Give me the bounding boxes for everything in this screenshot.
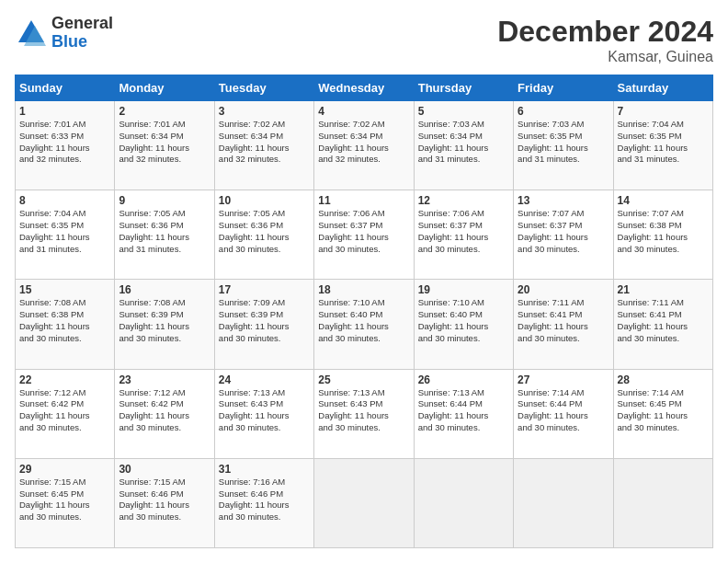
day-number: 7 — [618, 105, 709, 118]
calendar-day-cell: 12Sunrise: 7:06 AM Sunset: 6:37 PM Dayli… — [414, 190, 513, 280]
calendar-header-cell: Sunday — [16, 75, 115, 101]
day-info: Sunrise: 7:09 AM Sunset: 6:39 PM Dayligh… — [219, 297, 310, 344]
day-number: 4 — [318, 105, 409, 118]
calendar-week-row: 1Sunrise: 7:01 AM Sunset: 6:33 PM Daylig… — [16, 101, 713, 190]
calendar-day-cell: 31Sunrise: 7:16 AM Sunset: 6:46 PM Dayli… — [214, 458, 313, 547]
day-info: Sunrise: 7:11 AM Sunset: 6:41 PM Dayligh… — [518, 297, 609, 344]
calendar-day-cell: 22Sunrise: 7:12 AM Sunset: 6:42 PM Dayli… — [16, 369, 115, 458]
day-info: Sunrise: 7:01 AM Sunset: 6:34 PM Dayligh… — [119, 119, 210, 166]
day-number: 27 — [518, 373, 609, 386]
day-number: 17 — [219, 283, 310, 296]
calendar-header-cell: Tuesday — [214, 75, 313, 101]
logo-general: General — [51, 15, 113, 33]
day-number: 19 — [418, 283, 509, 296]
day-info: Sunrise: 7:14 AM Sunset: 6:45 PM Dayligh… — [618, 387, 709, 434]
page: General Blue December 2024 Kamsar, Guine… — [0, 0, 728, 563]
day-number: 20 — [518, 283, 609, 296]
calendar-day-cell: 27Sunrise: 7:14 AM Sunset: 6:44 PM Dayli… — [514, 369, 613, 458]
day-number: 2 — [119, 105, 210, 118]
calendar-day-cell: 17Sunrise: 7:09 AM Sunset: 6:39 PM Dayli… — [214, 280, 313, 369]
calendar-day-cell: 3Sunrise: 7:02 AM Sunset: 6:34 PM Daylig… — [214, 101, 313, 190]
day-number: 22 — [19, 373, 110, 386]
day-number: 14 — [618, 194, 709, 207]
main-title: December 2024 — [497, 15, 713, 49]
calendar-day-cell: 23Sunrise: 7:12 AM Sunset: 6:42 PM Dayli… — [115, 369, 214, 458]
calendar-week-row: 22Sunrise: 7:12 AM Sunset: 6:42 PM Dayli… — [16, 369, 713, 458]
day-info: Sunrise: 7:10 AM Sunset: 6:40 PM Dayligh… — [418, 297, 509, 344]
day-info: Sunrise: 7:14 AM Sunset: 6:44 PM Dayligh… — [518, 387, 609, 434]
calendar-day-cell: 16Sunrise: 7:08 AM Sunset: 6:39 PM Dayli… — [115, 280, 214, 369]
day-info: Sunrise: 7:13 AM Sunset: 6:43 PM Dayligh… — [318, 387, 409, 434]
day-info: Sunrise: 7:04 AM Sunset: 6:35 PM Dayligh… — [19, 208, 110, 255]
day-number: 8 — [19, 194, 110, 207]
day-info: Sunrise: 7:02 AM Sunset: 6:34 PM Dayligh… — [219, 119, 310, 166]
day-info: Sunrise: 7:01 AM Sunset: 6:33 PM Dayligh… — [19, 119, 110, 166]
calendar-table: SundayMondayTuesdayWednesdayThursdayFrid… — [15, 75, 713, 548]
calendar-day-cell: 18Sunrise: 7:10 AM Sunset: 6:40 PM Dayli… — [314, 280, 414, 369]
calendar-header-cell: Monday — [115, 75, 214, 101]
calendar-day-cell: 6Sunrise: 7:03 AM Sunset: 6:35 PM Daylig… — [514, 101, 613, 190]
day-info: Sunrise: 7:08 AM Sunset: 6:38 PM Dayligh… — [19, 297, 110, 344]
day-info: Sunrise: 7:13 AM Sunset: 6:43 PM Dayligh… — [219, 387, 310, 434]
calendar-day-cell: 28Sunrise: 7:14 AM Sunset: 6:45 PM Dayli… — [613, 369, 712, 458]
day-number: 15 — [19, 283, 110, 296]
day-number: 26 — [418, 373, 509, 386]
calendar-day-cell — [514, 458, 613, 547]
day-info: Sunrise: 7:16 AM Sunset: 6:46 PM Dayligh… — [219, 477, 310, 523]
calendar-day-cell: 10Sunrise: 7:05 AM Sunset: 6:36 PM Dayli… — [214, 190, 313, 280]
day-number: 21 — [618, 283, 709, 296]
calendar-day-cell: 13Sunrise: 7:07 AM Sunset: 6:37 PM Dayli… — [514, 190, 613, 280]
calendar-day-cell: 7Sunrise: 7:04 AM Sunset: 6:35 PM Daylig… — [613, 101, 712, 190]
day-info: Sunrise: 7:03 AM Sunset: 6:35 PM Dayligh… — [518, 119, 609, 166]
day-info: Sunrise: 7:05 AM Sunset: 6:36 PM Dayligh… — [119, 208, 210, 255]
calendar-day-cell: 24Sunrise: 7:13 AM Sunset: 6:43 PM Dayli… — [214, 369, 313, 458]
day-number: 11 — [318, 194, 409, 207]
logo: General Blue — [15, 15, 113, 52]
day-info: Sunrise: 7:04 AM Sunset: 6:35 PM Dayligh… — [618, 119, 709, 166]
day-number: 12 — [418, 194, 509, 207]
day-number: 16 — [119, 283, 210, 296]
day-number: 13 — [518, 194, 609, 207]
calendar-day-cell: 9Sunrise: 7:05 AM Sunset: 6:36 PM Daylig… — [115, 190, 214, 280]
logo-text: General Blue — [51, 15, 113, 52]
day-info: Sunrise: 7:02 AM Sunset: 6:34 PM Dayligh… — [318, 119, 409, 166]
day-info: Sunrise: 7:06 AM Sunset: 6:37 PM Dayligh… — [318, 208, 409, 255]
day-info: Sunrise: 7:13 AM Sunset: 6:44 PM Dayligh… — [418, 387, 509, 434]
day-number: 30 — [119, 463, 210, 476]
calendar-day-cell — [414, 458, 513, 547]
day-info: Sunrise: 7:11 AM Sunset: 6:41 PM Dayligh… — [618, 297, 709, 344]
calendar-day-cell: 26Sunrise: 7:13 AM Sunset: 6:44 PM Dayli… — [414, 369, 513, 458]
calendar-day-cell: 29Sunrise: 7:15 AM Sunset: 6:45 PM Dayli… — [16, 458, 115, 547]
calendar-day-cell: 21Sunrise: 7:11 AM Sunset: 6:41 PM Dayli… — [613, 280, 712, 369]
day-info: Sunrise: 7:07 AM Sunset: 6:37 PM Dayligh… — [518, 208, 609, 255]
logo-blue: Blue — [51, 33, 113, 52]
day-number: 3 — [219, 105, 310, 118]
calendar-day-cell: 2Sunrise: 7:01 AM Sunset: 6:34 PM Daylig… — [115, 101, 214, 190]
day-info: Sunrise: 7:12 AM Sunset: 6:42 PM Dayligh… — [119, 387, 210, 434]
calendar-header-cell: Wednesday — [314, 75, 414, 101]
calendar-day-cell: 30Sunrise: 7:15 AM Sunset: 6:46 PM Dayli… — [115, 458, 214, 547]
calendar-day-cell — [613, 458, 712, 547]
day-number: 6 — [518, 105, 609, 118]
day-info: Sunrise: 7:12 AM Sunset: 6:42 PM Dayligh… — [19, 387, 110, 434]
calendar-week-row: 15Sunrise: 7:08 AM Sunset: 6:38 PM Dayli… — [16, 280, 713, 369]
calendar-header-row: SundayMondayTuesdayWednesdayThursdayFrid… — [16, 75, 713, 101]
calendar-header-cell: Friday — [514, 75, 613, 101]
title-block: December 2024 Kamsar, Guinea — [497, 15, 713, 65]
header: General Blue December 2024 Kamsar, Guine… — [15, 15, 713, 65]
calendar-day-cell: 14Sunrise: 7:07 AM Sunset: 6:38 PM Dayli… — [613, 190, 712, 280]
calendar-day-cell: 8Sunrise: 7:04 AM Sunset: 6:35 PM Daylig… — [16, 190, 115, 280]
day-number: 5 — [418, 105, 509, 118]
calendar-day-cell: 1Sunrise: 7:01 AM Sunset: 6:33 PM Daylig… — [16, 101, 115, 190]
day-info: Sunrise: 7:10 AM Sunset: 6:40 PM Dayligh… — [318, 297, 409, 344]
day-number: 29 — [19, 463, 110, 476]
day-info: Sunrise: 7:07 AM Sunset: 6:38 PM Dayligh… — [618, 208, 709, 255]
calendar-day-cell: 5Sunrise: 7:03 AM Sunset: 6:34 PM Daylig… — [414, 101, 513, 190]
day-info: Sunrise: 7:06 AM Sunset: 6:37 PM Dayligh… — [418, 208, 509, 255]
calendar-day-cell: 4Sunrise: 7:02 AM Sunset: 6:34 PM Daylig… — [314, 101, 414, 190]
day-number: 28 — [618, 373, 709, 386]
calendar-day-cell: 25Sunrise: 7:13 AM Sunset: 6:43 PM Dayli… — [314, 369, 414, 458]
calendar-day-cell: 20Sunrise: 7:11 AM Sunset: 6:41 PM Dayli… — [514, 280, 613, 369]
calendar-week-row: 29Sunrise: 7:15 AM Sunset: 6:45 PM Dayli… — [16, 458, 713, 547]
day-number: 9 — [119, 194, 210, 207]
